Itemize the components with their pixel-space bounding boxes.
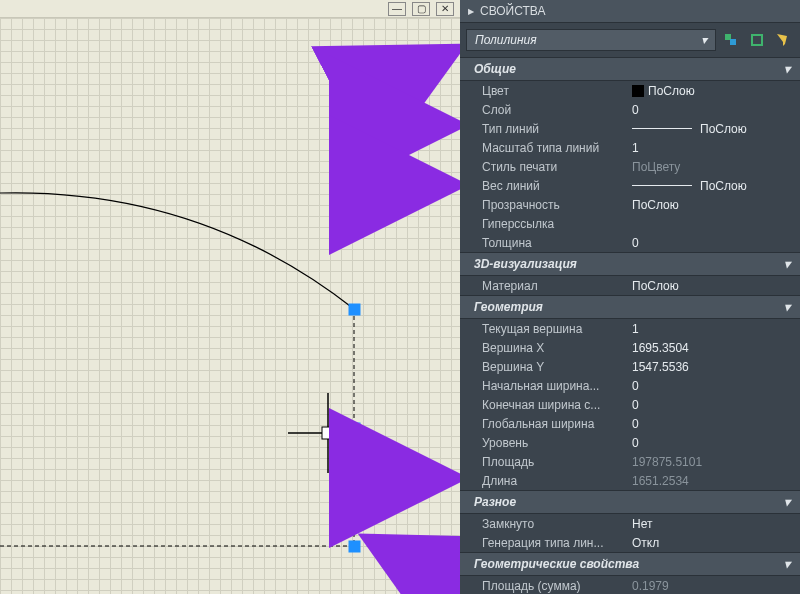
prop-ltgen-label: Генерация типа лин... xyxy=(482,536,632,550)
prop-ltscale-value[interactable]: 1 xyxy=(632,140,800,156)
prop-linetype-value[interactable]: ПоСлою xyxy=(632,121,800,137)
panel-title: ▶ СВОЙСТВА xyxy=(460,0,800,23)
quick-select-button[interactable] xyxy=(772,29,794,51)
prop-elevation-value[interactable]: 0 xyxy=(632,435,800,451)
collapse-icon: ▾ xyxy=(784,557,790,571)
svg-rect-12 xyxy=(752,35,762,45)
section-geomprops[interactable]: Геометрические свойства▾ xyxy=(460,552,800,576)
prop-areasum-value: 0.1979 xyxy=(632,578,800,594)
prop-color-value[interactable]: ПоСлою xyxy=(632,83,800,99)
svg-rect-4 xyxy=(322,427,334,439)
prop-elevation-label: Уровень xyxy=(482,436,632,450)
prop-length-label: Длина xyxy=(482,474,632,488)
prop-lineweight-label: Вес линий xyxy=(482,179,632,193)
prop-layer-label: Слой xyxy=(482,103,632,117)
prop-transparency-label: Прозрачность xyxy=(482,198,632,212)
grip-endpoint[interactable] xyxy=(349,541,360,552)
prop-area-label: Площадь xyxy=(482,455,632,469)
prop-material-value[interactable]: ПоСлою xyxy=(632,278,800,294)
collapse-icon: ▾ xyxy=(784,62,790,76)
prop-lineweight-value[interactable]: ПоСлою xyxy=(632,178,800,194)
prop-thickness-label: Толщина xyxy=(482,236,632,250)
prop-vertexx-label: Вершина X xyxy=(482,341,632,355)
prop-closed-label: Замкнуто xyxy=(482,517,632,531)
collapse-icon: ▾ xyxy=(784,257,790,271)
object-type-selector[interactable]: Полилиния ▾ xyxy=(466,29,716,51)
prop-plotstyle-label: Стиль печати xyxy=(482,160,632,174)
chevron-right-icon: ▶ xyxy=(468,7,474,16)
svg-rect-11 xyxy=(730,39,736,45)
close-button[interactable]: ✕ xyxy=(436,2,454,16)
prop-startwidth-label: Начальная ширина... xyxy=(482,379,632,393)
prop-endwidth-label: Конечная ширина с... xyxy=(482,398,632,412)
section-general[interactable]: Общие▾ xyxy=(460,57,800,81)
prop-endwidth-value[interactable]: 0 xyxy=(632,397,800,413)
prop-color-label: Цвет xyxy=(482,84,632,98)
section-misc[interactable]: Разное▾ xyxy=(460,490,800,514)
drawing-canvas[interactable]: — ▢ ✕ xyxy=(0,0,460,594)
prop-hyperlink-label: Гиперссылка xyxy=(482,217,632,231)
prop-startwidth-value[interactable]: 0 xyxy=(632,378,800,394)
prop-area-value: 197875.5101 xyxy=(632,454,800,470)
prop-plotstyle-value: ПоЦвету xyxy=(632,159,800,175)
collapse-icon: ▾ xyxy=(784,495,790,509)
prop-linetype-label: Тип линий xyxy=(482,122,632,136)
prop-areasum-label: Площадь (сумма) xyxy=(482,579,632,593)
prop-globwidth-label: Глобальная ширина xyxy=(482,417,632,431)
object-selector-row: Полилиния ▾ xyxy=(460,23,800,57)
properties-panel: ▶ СВОЙСТВА Полилиния ▾ Общие▾ Цвет ПоСло… xyxy=(460,0,800,594)
grip-midpoint[interactable] xyxy=(349,423,360,434)
toggle-pickadd-button[interactable] xyxy=(720,29,742,51)
prop-ltgen-value[interactable]: Откл xyxy=(632,535,800,551)
prop-hyperlink-value[interactable] xyxy=(632,216,800,232)
prop-vertexy-label: Вершина Y xyxy=(482,360,632,374)
grip-vertex[interactable] xyxy=(349,304,360,315)
maximize-button[interactable]: ▢ xyxy=(412,2,430,16)
prop-curvertex-value[interactable]: 1 xyxy=(632,321,800,337)
collapse-icon: ▾ xyxy=(784,300,790,314)
prop-ltscale-label: Масштаб типа линий xyxy=(482,141,632,155)
select-objects-button[interactable] xyxy=(746,29,768,51)
prop-thickness-value[interactable]: 0 xyxy=(632,235,800,251)
canvas-drawing xyxy=(0,18,460,594)
prop-vertexy-value[interactable]: 1547.5536 xyxy=(632,359,800,375)
prop-transparency-value[interactable]: ПоСлою xyxy=(632,197,800,213)
prop-curvertex-label: Текущая вершина xyxy=(482,322,632,336)
prop-length-value: 1651.2534 xyxy=(632,473,800,489)
prop-material-label: Материал xyxy=(482,279,632,293)
prop-vertexx-value[interactable]: 1695.3504 xyxy=(632,340,800,356)
section-geometry[interactable]: Геометрия▾ xyxy=(460,295,800,319)
section-3dvis[interactable]: 3D-визуализация▾ xyxy=(460,252,800,276)
chevron-down-icon: ▾ xyxy=(701,33,707,47)
window-controls: — ▢ ✕ xyxy=(0,0,460,18)
prop-globwidth-value[interactable]: 0 xyxy=(632,416,800,432)
minimize-button[interactable]: — xyxy=(388,2,406,16)
prop-layer-value[interactable]: 0 xyxy=(632,102,800,118)
prop-closed-value[interactable]: Нет xyxy=(632,516,800,532)
